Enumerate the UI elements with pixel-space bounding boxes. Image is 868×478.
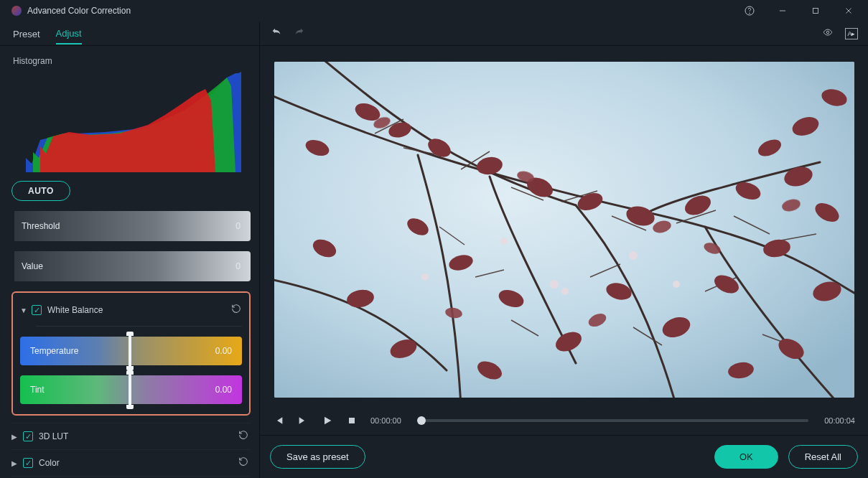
chevron-down-icon[interactable]: ▼ <box>20 306 26 314</box>
svg-rect-3 <box>813 9 818 14</box>
tab-preset[interactable]: Preset <box>13 29 40 44</box>
color-checkbox[interactable] <box>23 458 33 468</box>
lut-reset-button[interactable] <box>238 429 249 444</box>
undo-button[interactable] <box>270 27 283 41</box>
histogram-chart <box>11 72 241 172</box>
threshold-value: 0 <box>235 221 241 231</box>
footer-bar: Save as preset OK Reset All <box>260 435 868 478</box>
compare-ab-button[interactable]: A▸ <box>845 28 858 39</box>
play-button[interactable] <box>322 415 333 426</box>
svg-point-50 <box>421 273 429 281</box>
threshold-label: Threshold <box>22 221 60 231</box>
lut-checkbox[interactable] <box>23 431 33 441</box>
title-bar: Advanced Color Correction <box>0 0 868 22</box>
threshold-slider-thumb[interactable] <box>11 210 14 242</box>
preview-toggle-button[interactable] <box>821 27 835 40</box>
divider <box>36 326 242 327</box>
window-title: Advanced Color Correction <box>27 6 131 16</box>
maximize-button[interactable] <box>801 1 831 21</box>
svg-point-1 <box>750 13 750 14</box>
reset-all-button[interactable]: Reset All <box>788 445 858 469</box>
svg-point-47 <box>500 238 508 245</box>
temperature-label: Temperature <box>30 346 78 356</box>
svg-rect-51 <box>349 418 355 423</box>
threshold-slider[interactable]: Threshold 0 <box>11 211 251 241</box>
tint-value: 0.00 <box>215 385 232 395</box>
tint-label: Tint <box>30 385 45 395</box>
stop-button[interactable] <box>346 415 358 426</box>
temperature-value: 0.00 <box>215 346 232 356</box>
value-value: 0 <box>235 261 241 271</box>
histogram-label: Histogram <box>13 56 251 66</box>
save-as-preset-button[interactable]: Save as preset <box>270 445 365 469</box>
color-label: Color <box>39 458 60 468</box>
prev-frame-button[interactable] <box>273 415 284 426</box>
chevron-right-icon[interactable]: ▶ <box>11 459 17 467</box>
video-preview <box>274 62 854 398</box>
current-time: 00:00:00 <box>370 416 401 425</box>
total-time: 00:00:04 <box>824 416 855 425</box>
timeline-scrubber[interactable] <box>417 419 808 422</box>
ok-button[interactable]: OK <box>714 445 778 469</box>
app-icon <box>11 6 22 16</box>
white-balance-label: White Balance <box>47 305 103 315</box>
svg-point-6 <box>826 31 829 34</box>
value-label: Value <box>22 261 43 271</box>
svg-point-49 <box>673 281 680 288</box>
preview-pane: A▸ <box>260 22 868 478</box>
redo-button <box>293 27 306 41</box>
color-reset-button[interactable] <box>238 456 249 470</box>
panel-3d-lut[interactable]: ▶ 3D LUT <box>11 423 251 449</box>
value-slider-thumb[interactable] <box>11 250 14 282</box>
chevron-right-icon[interactable]: ▶ <box>11 433 17 441</box>
tint-slider[interactable]: Tint 0.00 <box>20 375 242 404</box>
tab-adjust[interactable]: Adjust <box>56 28 82 44</box>
temperature-slider-handle[interactable] <box>129 334 131 368</box>
svg-point-48 <box>629 251 638 260</box>
help-button[interactable] <box>734 1 765 21</box>
timeline-playhead[interactable] <box>417 416 426 425</box>
playback-controls: 00:00:00 00:00:04 <box>260 406 868 435</box>
white-balance-checkbox[interactable] <box>32 305 42 315</box>
tint-slider-handle[interactable] <box>129 372 131 407</box>
sidebar-tabs: Preset Adjust <box>0 22 259 46</box>
close-button[interactable] <box>834 1 864 21</box>
svg-point-46 <box>561 288 569 295</box>
white-balance-reset-button[interactable] <box>230 303 242 317</box>
white-balance-panel: ▼ White Balance Temperature 0.00 <box>11 291 251 416</box>
panel-color[interactable]: ▶ Color <box>11 449 251 476</box>
next-frame-button[interactable] <box>297 415 309 426</box>
temperature-slider[interactable]: Temperature 0.00 <box>20 337 242 365</box>
minimize-button[interactable] <box>767 1 798 21</box>
lut-label: 3D LUT <box>39 431 68 441</box>
svg-point-45 <box>550 280 559 289</box>
value-slider[interactable]: Value 0 <box>11 251 251 281</box>
adjust-sidebar: Preset Adjust Histogram AUTO Threshold 0 <box>0 22 260 478</box>
auto-button[interactable]: AUTO <box>11 181 70 201</box>
